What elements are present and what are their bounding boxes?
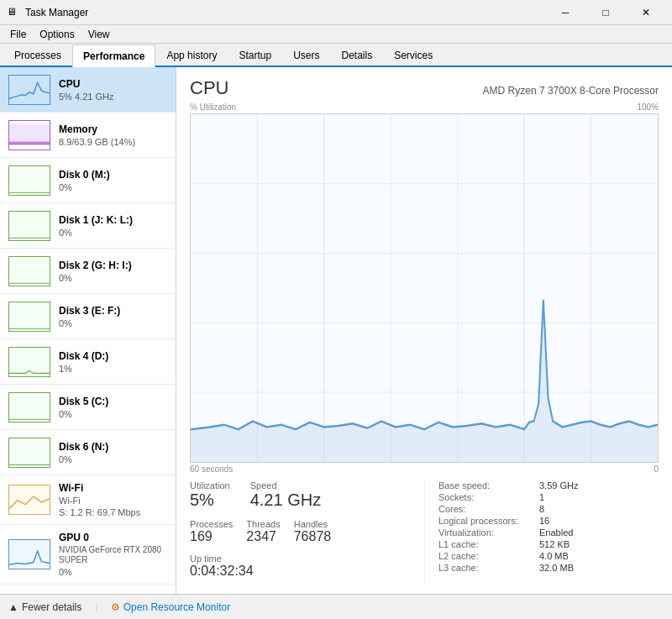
chart-max-label: 100% xyxy=(637,102,659,112)
sidebar-item-wifi[interactable]: Wi-Fi Wi-Fi S: 1.2 R: 69.7 Mbps xyxy=(0,475,176,525)
disk3-thumbnail xyxy=(8,302,50,332)
menu-file[interactable]: File xyxy=(3,27,33,42)
close-button[interactable]: ✕ xyxy=(627,0,665,25)
wifi-value: S: 1.2 R: 69.7 Mbps xyxy=(59,507,167,517)
gpu0-value: 0% xyxy=(59,567,167,577)
window-title: Task Manager xyxy=(25,7,546,18)
sidebar-item-disk4[interactable]: Disk 4 (D:) 1% xyxy=(0,339,176,385)
threads-value: 2347 xyxy=(246,529,280,544)
disk1-label: Disk 1 (J: K: L:) xyxy=(59,214,167,226)
threads-label: Threads xyxy=(246,519,280,529)
tab-services[interactable]: Services xyxy=(383,44,444,66)
uptime-stat: Up time 0:04:32:34 xyxy=(190,553,424,579)
processes-label: Processes xyxy=(190,519,233,529)
panel-subtitle: AMD Ryzen 7 3700X 8-Core Processor xyxy=(483,85,659,97)
maximize-button[interactable]: □ xyxy=(586,0,625,25)
disk6-value: 0% xyxy=(59,454,167,464)
virtualization-label: Virtualization: xyxy=(438,527,539,538)
menu-options[interactable]: Options xyxy=(33,27,81,42)
disk4-info: Disk 4 (D:) 1% xyxy=(59,350,167,374)
open-resource-monitor-button[interactable]: ⚙ Open Resource Monitor xyxy=(111,601,230,613)
window-controls: ─ □ ✕ xyxy=(546,0,665,25)
memory-value: 8.9/63.9 GB (14%) xyxy=(59,137,167,147)
logical-processors-value: 16 xyxy=(539,516,549,526)
stats-left: Utilization 5% Speed 4.21 GHz Processes … xyxy=(190,480,424,584)
disk1-thumbnail xyxy=(8,211,50,241)
sidebar-item-disk6[interactable]: Disk 6 (N:) 0% xyxy=(0,430,176,475)
disk3-info: Disk 3 (E: F:) 0% xyxy=(59,305,167,328)
chart-time-row: 60 seconds 0 xyxy=(190,464,659,474)
sockets-value: 1 xyxy=(539,492,544,502)
main-content: CPU 5% 4.21 GHz Memory 8.9/63.9 GB (14%) xyxy=(0,67,672,594)
processes-value: 169 xyxy=(190,529,233,544)
sidebar-item-disk1[interactable]: Disk 1 (J: K: L:) 0% xyxy=(0,203,176,249)
panel-header: CPU AMD Ryzen 7 3700X 8-Core Processor xyxy=(190,77,659,99)
svg-rect-9 xyxy=(9,485,50,513)
sidebar: CPU 5% 4.21 GHz Memory 8.9/63.9 GB (14%) xyxy=(0,67,176,594)
sidebar-item-disk2[interactable]: Disk 2 (G: H: I:) 0% xyxy=(0,249,176,294)
handles-value: 76878 xyxy=(294,529,332,544)
cpu-label: CPU xyxy=(59,78,167,90)
sidebar-item-disk0[interactable]: Disk 0 (M:) 0% xyxy=(0,158,176,203)
l2-cache-label: L2 cache: xyxy=(438,551,539,561)
resource-monitor-icon: ⚙ xyxy=(111,601,120,613)
l1-cache-row: L1 cache: 512 KB xyxy=(438,539,659,549)
cpu-thumbnail xyxy=(8,75,50,105)
chart-y-label: % Utilization xyxy=(190,102,236,112)
tab-details[interactable]: Details xyxy=(330,44,383,66)
l3-cache-row: L3 cache: 32.0 MB xyxy=(438,563,659,573)
disk0-info: Disk 0 (M:) 0% xyxy=(59,169,167,192)
minimize-button[interactable]: ─ xyxy=(546,0,585,25)
logical-processors-label: Logical processors: xyxy=(438,516,539,526)
disk6-label: Disk 6 (N:) xyxy=(59,441,167,453)
chart-svg xyxy=(191,114,658,462)
tab-performance[interactable]: Performance xyxy=(72,45,155,67)
wifi-info: Wi-Fi Wi-Fi S: 1.2 R: 69.7 Mbps xyxy=(59,482,167,517)
disk1-value: 0% xyxy=(59,228,167,238)
cpu-panel: CPU AMD Ryzen 7 3700X 8-Core Processor %… xyxy=(176,67,672,594)
tab-users[interactable]: Users xyxy=(282,44,330,66)
utilization-stat: Utilization 5% xyxy=(190,480,230,509)
stats-right: Base speed: 3.59 GHz Sockets: 1 Cores: 8… xyxy=(424,480,659,584)
gpu0-label: GPU 0 xyxy=(59,532,167,543)
tab-app-history[interactable]: App history xyxy=(155,44,228,66)
sidebar-item-memory[interactable]: Memory 8.9/63.9 GB (14%) xyxy=(0,113,176,158)
virtualization-row: Virtualization: Enabled xyxy=(438,527,659,538)
disk5-thumbnail xyxy=(8,392,50,422)
menu-view[interactable]: View xyxy=(81,27,117,42)
virtualization-value: Enabled xyxy=(539,527,573,538)
wifi-label: Wi-Fi xyxy=(59,482,167,494)
cores-value: 8 xyxy=(539,504,544,514)
cpu-info: CPU 5% 4.21 GHz xyxy=(59,78,167,102)
l3-cache-value: 32.0 MB xyxy=(539,563,574,573)
tab-startup[interactable]: Startup xyxy=(228,44,282,66)
tab-processes[interactable]: Processes xyxy=(3,44,72,66)
base-speed-value: 3.59 GHz xyxy=(539,480,578,490)
svg-rect-3 xyxy=(9,211,50,239)
menu-bar: File Options View xyxy=(0,25,672,44)
disk3-value: 0% xyxy=(59,318,167,328)
open-resource-monitor-label: Open Resource Monitor xyxy=(123,601,230,613)
stats-grid: Utilization 5% Speed 4.21 GHz Processes … xyxy=(190,480,659,584)
disk1-info: Disk 1 (J: K: L:) 0% xyxy=(59,214,167,238)
sockets-label: Sockets: xyxy=(438,492,539,502)
base-speed-row: Base speed: 3.59 GHz xyxy=(438,480,659,490)
sidebar-item-disk5[interactable]: Disk 5 (C:) 0% xyxy=(0,385,176,430)
sidebar-item-disk3[interactable]: Disk 3 (E: F:) 0% xyxy=(0,294,176,339)
processes-stat: Processes 169 xyxy=(190,519,233,544)
l2-cache-value: 4.0 MB xyxy=(539,551,569,561)
svg-rect-7 xyxy=(9,392,50,421)
sockets-row: Sockets: 1 xyxy=(438,492,659,502)
fewer-details-button[interactable]: ▲ Fewer details xyxy=(8,601,81,613)
cores-row: Cores: 8 xyxy=(438,504,659,514)
base-speed-label: Base speed: xyxy=(438,480,539,490)
sidebar-item-gpu0[interactable]: GPU 0 NVIDIA GeForce RTX 2080 SUPER 0% xyxy=(0,525,176,585)
svg-rect-2 xyxy=(9,165,50,194)
gpu0-info: GPU 0 NVIDIA GeForce RTX 2080 SUPER 0% xyxy=(59,532,167,577)
speed-value: 4.21 GHz xyxy=(250,490,321,509)
utilization-label: Utilization xyxy=(190,480,230,490)
disk0-thumbnail xyxy=(8,165,50,196)
sidebar-item-cpu[interactable]: CPU 5% 4.21 GHz xyxy=(0,67,176,113)
memory-label: Memory xyxy=(59,123,167,135)
threads-stat: Threads 2347 xyxy=(246,519,280,544)
